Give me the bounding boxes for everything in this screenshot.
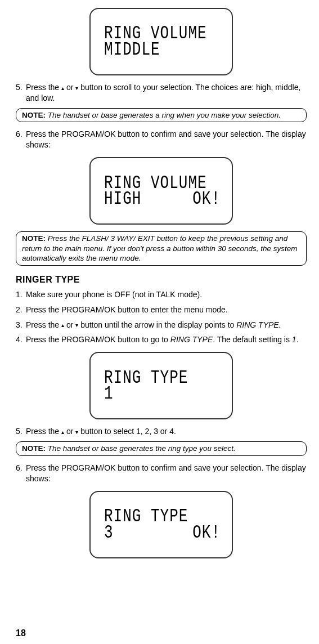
step-text: Press the PROGRAM/OK button to confirm a… [26, 463, 307, 484]
text-fragment: or [64, 83, 75, 92]
step-number: 6. [16, 463, 26, 484]
step-number: 5. [16, 426, 26, 437]
step-item: 2. Press the PROGRAM/OK button to enter … [16, 305, 307, 315]
page-number: 18 [16, 628, 26, 638]
text-fragment: button until the arrow in the display po… [78, 320, 236, 329]
step-number: 3. [16, 320, 26, 330]
text-fragment: Press the [26, 320, 61, 329]
step-text: Press the ▴ or ▾ button to scroll to you… [26, 82, 307, 104]
text-fragment: . [296, 335, 299, 344]
note-box: NOTE: Press the FLASH/ 3 WAY/ EXIT butto… [16, 231, 307, 266]
step-text: Press the PROGRAM/OK button to enter the… [26, 305, 307, 315]
step-item: 5. Press the ▴ or ▾ button to scroll to … [16, 82, 307, 104]
lcd-right: OK! [192, 522, 221, 543]
step-number: 4. [16, 334, 26, 345]
step-item: 5. Press the ▴ or ▾ button to select 1, … [16, 426, 307, 437]
italic-text: 1 [292, 335, 296, 344]
note-label: NOTE: [22, 444, 46, 453]
text-fragment: Press the [26, 83, 61, 92]
lcd-display-ring-volume-high-ok: RING VOLUME HIGH OK! [89, 157, 233, 225]
text-fragment: or [64, 320, 75, 329]
step-text: Press the PROGRAM/OK button to confirm a… [26, 129, 307, 150]
text-fragment: button to select 1, 2, 3 or 4. [78, 427, 176, 436]
step-text: Press the ▴ or ▾ button until the arrow … [26, 320, 307, 330]
lcd-line: 1 [104, 383, 221, 404]
lcd-display-ring-volume-middle: RING VOLUME MIDDLE [89, 8, 233, 75]
step-number: 2. [16, 305, 26, 315]
italic-text: RING TYPE. [236, 320, 281, 329]
step-number: 1. [16, 289, 26, 300]
text-fragment: or [64, 427, 75, 436]
note-box: NOTE: The handset or base generates the … [16, 441, 307, 456]
lcd-line: 3 OK! [104, 522, 221, 543]
note-text: Press the FLASH/ 3 WAY/ EXIT button to k… [22, 234, 298, 262]
note-text: The handset or base generates a ring whe… [46, 111, 281, 119]
lcd-line: MIDDLE [104, 39, 221, 60]
lcd-display-ring-type-3-ok: RING TYPE 3 OK! [89, 491, 233, 558]
step-text: Press the ▴ or ▾ button to select 1, 2, … [26, 426, 307, 437]
lcd-left: HIGH [104, 188, 141, 210]
step-number: 5. [16, 82, 26, 104]
step-item: 6. Press the PROGRAM/OK button to confir… [16, 129, 307, 150]
step-item: 1. Make sure your phone is OFF (not in T… [16, 289, 307, 300]
step-number: 6. [16, 129, 26, 150]
lcd-right: OK! [192, 189, 221, 209]
note-label: NOTE: [22, 234, 46, 243]
step-item: 6. Press the PROGRAM/OK button to confir… [16, 463, 307, 484]
text-fragment: Press the [26, 427, 61, 436]
note-label: NOTE: [22, 111, 46, 119]
text-fragment: . The default setting is [213, 335, 292, 344]
lcd-display-ring-type-1: RING TYPE 1 [89, 352, 233, 419]
step-item: 4. Press the PROGRAM/OK button to go to … [16, 334, 307, 345]
note-text: The handset or base generates the ring t… [46, 444, 236, 453]
section-heading-ringer-type: RINGER TYPE [16, 275, 307, 285]
note-box: NOTE: The handset or base generates a ri… [16, 108, 307, 123]
lcd-line: HIGH OK! [104, 189, 221, 209]
lcd-left: 3 [104, 521, 114, 543]
text-fragment: Press the PROGRAM/OK button to go to [26, 335, 170, 344]
step-text: Make sure your phone is OFF (not in TALK… [26, 289, 307, 300]
step-item: 3. Press the ▴ or ▾ button until the arr… [16, 320, 307, 330]
italic-text: RING TYPE [170, 335, 213, 344]
step-text: Press the PROGRAM/OK button to go to RIN… [26, 334, 307, 345]
